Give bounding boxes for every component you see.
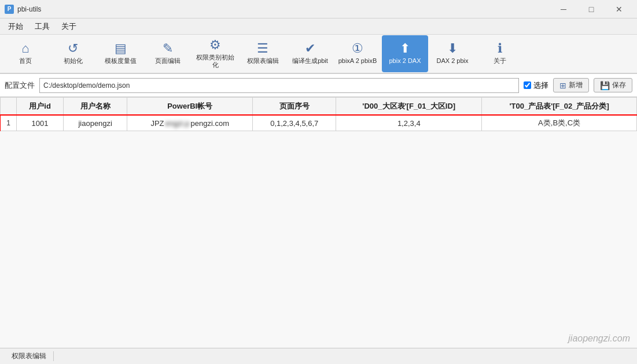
plus-icon: ⊞ (559, 81, 566, 90)
menu-item-about[interactable]: 关于 (56, 19, 82, 34)
perm-init-label: 权限类别初始化 (194, 54, 236, 69)
toolbar: ⌂ 首页 ↺ 初始化 ▤ 模板度量值 ✎ 页面编辑 ⚙ 权限类别初始化 ☰ 权限… (0, 35, 637, 74)
col-header-3: 页面序号 (253, 98, 336, 116)
template-icon: ▤ (115, 42, 127, 55)
dax2pbix-icon: ⬇ (447, 42, 458, 55)
cell-product-0: A类,B类,C类 (482, 116, 637, 131)
save-button[interactable]: 💾 保存 (594, 78, 632, 92)
toolbar-btn-perm-init[interactable]: ⚙ 权限类别初始化 (192, 35, 238, 72)
toolbar-btn-perm-edit[interactable]: ☰ 权限表编辑 (240, 35, 286, 72)
pbixA2B-icon: ① (352, 42, 363, 55)
statusbar: 权限表编辑 (0, 348, 637, 364)
menu-item-tools[interactable]: 工具 (29, 19, 56, 34)
toolbar-btn-about[interactable]: ℹ 关于 (477, 35, 523, 72)
template-label: 模板度量值 (105, 57, 137, 65)
toolbar-btn-page-edit[interactable]: ✎ 页面编辑 (145, 35, 191, 72)
add-button[interactable]: ⊞ 新增 (553, 78, 589, 92)
toolbar-btn-home[interactable]: ⌂ 首页 (2, 35, 49, 72)
cell-region-0: 1,2,3,4 (336, 116, 482, 131)
toolbar-btn-init[interactable]: ↺ 初始化 (50, 35, 96, 72)
page-edit-icon: ✎ (163, 42, 173, 55)
toolbar-btn-pbix2dax[interactable]: ⬆ pbix 2 DAX (382, 35, 428, 72)
pbix2dax-icon: ⬆ (400, 42, 410, 55)
row-num-0: 1 (1, 116, 17, 131)
data-table: 用户id用户名称PowerBI帐号页面序号'D00_大区表'[F_01_大区ID… (0, 97, 637, 131)
config-bar: 配置文件 选择 ⊞ 新增 💾 保存 (0, 74, 637, 97)
compile-icon: ✔ (305, 42, 315, 55)
pbixA2B-label: pbixA 2 pbixB (338, 57, 377, 65)
table-scroll[interactable]: 用户id用户名称PowerBI帐号页面序号'D00_大区表'[F_01_大区ID… (0, 97, 637, 131)
table-row: 11001jiaopengzi JPZ engzi.p pengzi.com 0… (1, 116, 637, 131)
add-label: 新增 (569, 80, 583, 90)
toolbar-btn-template[interactable]: ▤ 模板度量值 (97, 35, 143, 72)
save-label: 保存 (612, 80, 626, 90)
about-icon: ℹ (498, 42, 502, 55)
compile-label: 编译生成pbit (292, 57, 328, 65)
cell-email-0: JPZ engzi.p pengzi.com (127, 116, 253, 131)
menu-item-start[interactable]: 开始 (2, 19, 29, 34)
row-num-header (1, 98, 17, 116)
menubar: 开始 工具 关于 (0, 18, 637, 35)
window-controls: ─ □ ✕ (550, 0, 632, 18)
col-header-5: 'T00_产品表'[F_02_产品分类] (482, 98, 637, 116)
init-icon: ↺ (68, 42, 78, 55)
email-suffix: pengzi.com (190, 119, 229, 128)
about-label: 关于 (494, 57, 506, 65)
select-checkbox-wrap: 选择 (524, 80, 548, 91)
save-icon: 💾 (600, 81, 610, 90)
email-blur: engzi.p (165, 119, 190, 128)
cell-pages-0: 0,1,2,3,4,5,6,7 (253, 116, 336, 131)
col-header-0: 用户id (17, 98, 64, 116)
maximize-button[interactable]: □ (578, 0, 605, 18)
perm-init-icon: ⚙ (209, 39, 221, 51)
toolbar-btn-pbixA2B[interactable]: ① pbixA 2 pbixB (334, 35, 381, 72)
col-header-1: 用户名称 (64, 98, 127, 116)
config-file-input[interactable] (39, 78, 519, 93)
home-label: 首页 (19, 57, 32, 65)
toolbar-btn-compile[interactable]: ✔ 编译生成pbit (287, 35, 333, 72)
perm-edit-icon: ☰ (257, 42, 268, 55)
app-icon: P (5, 5, 14, 14)
select-checkbox[interactable] (524, 81, 531, 89)
status-item-perm-edit: 权限表编辑 (5, 351, 54, 361)
select-label: 选择 (533, 80, 548, 91)
init-label: 初始化 (64, 57, 83, 65)
email-prefix: JPZ (150, 119, 164, 128)
home-icon: ⌂ (21, 42, 29, 55)
cell-username-0: jiaopengzi (64, 116, 127, 131)
col-header-2: PowerBI帐号 (127, 98, 253, 116)
cell-userid-0: 1001 (17, 116, 64, 131)
window-title: pbi-utils (17, 5, 550, 13)
close-button[interactable]: ✕ (606, 0, 632, 18)
perm-edit-label: 权限表编辑 (247, 57, 279, 65)
page-edit-label: 页面编辑 (155, 57, 181, 65)
toolbar-btn-dax2pbix[interactable]: ⬇ DAX 2 pbix (429, 35, 476, 72)
main-content: 用户id用户名称PowerBI帐号页面序号'D00_大区表'[F_01_大区ID… (0, 97, 637, 348)
minimize-button[interactable]: ─ (550, 0, 577, 18)
col-header-4: 'D00_大区表'[F_01_大区ID] (336, 98, 482, 116)
config-label: 配置文件 (5, 80, 35, 91)
titlebar: P pbi-utils ─ □ ✕ (0, 0, 637, 18)
pbix2dax-label: pbix 2 DAX (389, 57, 421, 65)
dax2pbix-label: DAX 2 pbix (436, 57, 468, 65)
